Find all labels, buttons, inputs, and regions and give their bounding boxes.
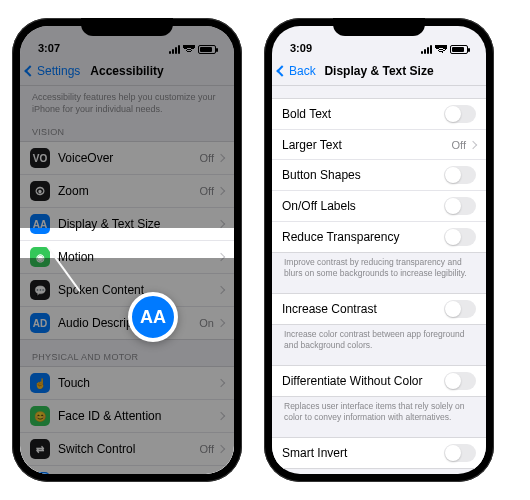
row-label: Larger Text [282,138,452,152]
section-header-motor: PHYSICAL AND MOTOR [20,340,234,366]
row-label: Differentiate Without Color [282,374,444,388]
back-button[interactable]: Settings [26,64,80,78]
chevron-right-icon [217,319,225,327]
list-row[interactable]: 😊Face ID & Attention [20,399,234,432]
voiceover-icon: VO [30,148,50,168]
back-button[interactable]: Back [278,64,316,78]
row-value: On [199,317,214,329]
status-time: 3:07 [38,42,60,54]
content-scroll[interactable]: Bold Text Larger Text Off Button Shapes … [272,86,486,474]
section-header-vision: VISION [20,115,234,141]
zoom-icon: ⦿ [30,181,50,201]
row-value: Off [452,139,466,151]
row-label: Motion [58,250,218,264]
row-label: Reduce Transparency [282,230,444,244]
row-smart-invert[interactable]: Smart Invert [272,438,486,468]
row-label: Touch [58,376,218,390]
toggle[interactable] [444,372,476,390]
row-label: VoiceOver [58,151,200,165]
audio-desc-icon: AD [30,313,50,333]
list-row[interactable]: 💬Spoken Content [20,273,234,306]
list-row[interactable]: ⇄Switch ControlOff [20,432,234,465]
chevron-right-icon [217,445,225,453]
toggle[interactable] [444,228,476,246]
toggle[interactable] [444,166,476,184]
chevron-right-icon [217,379,225,387]
row-label: Display & Text Size [58,217,218,231]
row-label: Button Shapes [282,168,444,182]
row-differentiate[interactable]: Differentiate Without Color [272,366,486,396]
nav-bar: Settings Accessibility [20,56,234,86]
battery-icon [198,45,216,54]
voice-ctrl-icon: 〰 [30,472,50,474]
chevron-right-icon [217,286,225,294]
status-time: 3:09 [290,42,312,54]
notch [81,18,173,36]
battery-icon [450,45,468,54]
row-larger-text[interactable]: Larger Text Off [272,129,486,159]
list-row[interactable]: AADisplay & Text Size [20,207,234,240]
spoken-content-icon: 💬 [30,280,50,300]
row-bold-text[interactable]: Bold Text [272,99,486,129]
cellular-icon [169,45,180,54]
faceid-icon: 😊 [30,406,50,426]
row-increase-contrast[interactable]: Increase Contrast [272,294,486,324]
row-value: Off [200,152,214,164]
footer-smart: Smart Invert reverses the colors of the … [272,469,486,474]
group-1: Bold Text Larger Text Off Button Shapes … [272,98,486,253]
toggle[interactable] [444,105,476,123]
cellular-icon [421,45,432,54]
row-label: Bold Text [282,107,444,121]
row-label: Increase Contrast [282,302,444,316]
wifi-icon [435,45,447,54]
chevron-right-icon [469,140,477,148]
callout-bubble: AA [128,292,178,342]
row-value: Off [200,443,214,455]
group-2: Increase Contrast [272,293,486,325]
row-label: Face ID & Attention [58,409,218,423]
notch [333,18,425,36]
page-title: Display & Text Size [324,64,433,78]
footer-reduce: Improve contrast by reducing transparenc… [272,253,486,287]
toggle[interactable] [444,444,476,462]
footer-diff: Replaces user interface items that rely … [272,397,486,431]
row-value: Off [200,185,214,197]
chevron-right-icon [217,253,225,261]
list-row[interactable]: ☝Touch [20,367,234,399]
chevron-right-icon [217,412,225,420]
nav-bar: Back Display & Text Size [272,56,486,86]
row-label: Zoom [58,184,200,198]
row-label: Smart Invert [282,446,444,460]
callout-icon: AA [140,307,166,328]
phone-accessibility: 3:07 Settings Accessibility Accessibilit… [12,18,242,482]
page-title: Accessibility [90,64,163,78]
content-scroll[interactable]: Accessibility features help you customiz… [20,86,234,474]
back-label: Settings [37,64,80,78]
chevron-right-icon [217,220,225,228]
chevron-left-icon [276,65,287,76]
row-label: Switch Control [58,442,200,456]
back-label: Back [289,64,316,78]
chevron-right-icon [217,154,225,162]
list-row[interactable]: ◉Motion [20,240,234,273]
motor-group: ☝Touch😊Face ID & Attention⇄Switch Contro… [20,366,234,474]
row-label: Spoken Content [58,283,218,297]
group-3: Differentiate Without Color [272,365,486,397]
touch-icon: ☝ [30,373,50,393]
list-row[interactable]: VOVoiceOverOff [20,142,234,174]
display-text-icon: AA [30,214,50,234]
row-reduce-transparency[interactable]: Reduce Transparency [272,221,486,252]
chevron-left-icon [24,65,35,76]
toggle[interactable] [444,300,476,318]
vision-group: VOVoiceOverOff⦿ZoomOffAADisplay & Text S… [20,141,234,340]
list-row[interactable]: ⦿ZoomOff [20,174,234,207]
row-button-shapes[interactable]: Button Shapes [272,159,486,190]
wifi-icon [183,45,195,54]
list-row[interactable]: ADAudio DescriptionsOn [20,306,234,339]
intro-text: Accessibility features help you customiz… [20,86,234,115]
motion-icon: ◉ [30,247,50,267]
row-onoff-labels[interactable]: On/Off Labels [272,190,486,221]
toggle[interactable] [444,197,476,215]
chevron-right-icon [217,187,225,195]
list-row[interactable]: 〰Voice ControlOff [20,465,234,474]
